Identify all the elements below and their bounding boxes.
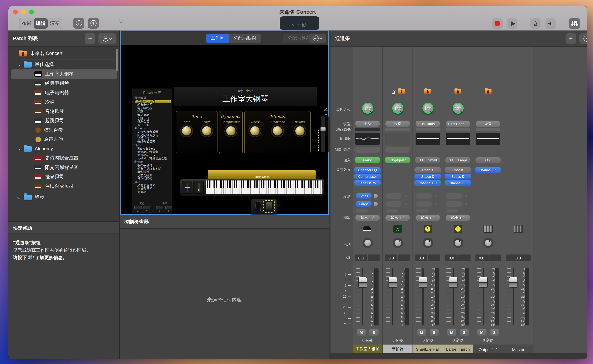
strip-name[interactable]: Large...hurch — [443, 344, 473, 354]
sidebar-item-最佳选择[interactable]: 最佳选择 — [11, 60, 117, 69]
solo-button[interactable]: S — [430, 329, 439, 336]
disclosure-chevron-icon[interactable] — [17, 63, 20, 66]
expression-knob[interactable]: 127 — [452, 103, 463, 114]
strip-name[interactable]: 节拍器 — [383, 344, 412, 354]
plugin-patch-item[interactable]: 冷静 — [132, 110, 172, 114]
play-button[interactable] — [507, 18, 517, 29]
plugin-patch-item[interactable]: 沃立舍现代 — [132, 177, 172, 181]
empty-send-slot[interactable] — [386, 201, 402, 207]
setting-button[interactable]: 设置 — [476, 121, 500, 127]
sidebar-item-催眠合成贝司[interactable]: 催眠合成贝司 — [11, 182, 117, 191]
setting-button[interactable]: 设置 — [385, 121, 410, 127]
setting-button[interactable]: 手动 — [355, 121, 380, 127]
effect-button-Channel EQ[interactable]: Channel EQ — [475, 167, 502, 173]
fader-track[interactable] — [453, 268, 454, 325]
fader-cap[interactable] — [509, 277, 518, 288]
channel-strips-toggle-button[interactable] — [569, 18, 580, 29]
plugin-patch-item[interactable]: Piano & Bass — [132, 147, 172, 151]
fader-track[interactable] — [392, 268, 393, 325]
piano-keys[interactable] — [206, 181, 322, 194]
sidebar-item-冷静[interactable]: 冷静 — [11, 98, 117, 107]
add-patch-button[interactable]: + — [85, 33, 95, 44]
midi-effect-slot[interactable] — [355, 147, 380, 153]
expression-knob[interactable]: 127 — [362, 103, 373, 114]
mute-button[interactable]: M — [357, 329, 366, 336]
sustain-pedal[interactable] — [255, 201, 261, 211]
sidebar-item-原声吉他[interactable]: 原声吉他 — [11, 135, 117, 144]
down-arrow-icon[interactable]: ▼ — [143, 209, 150, 212]
eq-thumbnail[interactable] — [476, 133, 500, 145]
patch-prev-display[interactable] — [156, 206, 163, 209]
sidebar-scrollbar[interactable] — [116, 49, 118, 71]
fader-track[interactable] — [423, 268, 424, 325]
solo-button[interactable]: S — [460, 329, 469, 336]
pan-knob[interactable] — [423, 238, 433, 248]
strip-name[interactable]: Master — [503, 344, 533, 354]
mode-edit[interactable]: 编辑 — [33, 18, 48, 29]
eq-thumbnail[interactable] — [355, 133, 380, 145]
mute-button[interactable]: M — [477, 329, 486, 336]
effect-button-Channel EQ[interactable]: Channel EQ — [354, 167, 381, 173]
sidebar-item-怪兽贝司[interactable]: 怪兽贝司 — [11, 172, 117, 182]
up-arrow-icon[interactable]: ▲ — [134, 209, 141, 212]
input-button[interactable]: Klopfgeist — [385, 157, 410, 163]
output-button[interactable]: 输出 1-2 — [385, 215, 410, 221]
sidebar-item-弦乐合奏[interactable]: 弦乐合奏 — [11, 125, 117, 135]
knob-control[interactable] — [249, 125, 261, 136]
fader-cap[interactable] — [419, 277, 427, 288]
expression-knob[interactable]: 127 — [392, 103, 403, 114]
fader-track[interactable] — [513, 268, 514, 325]
mute-button[interactable]: M — [417, 329, 426, 336]
plugin-patch-item[interactable]: 音轮风琴 — [132, 114, 172, 117]
sidebar-item-Alchemy[interactable]: Alchemy — [11, 144, 117, 154]
send-level-knob[interactable] — [373, 194, 378, 198]
effect-button-Chorus[interactable]: Chorus — [414, 167, 441, 173]
mode-layout[interactable]: 布局 — [20, 18, 33, 29]
effect-button-Channel EQ[interactable]: Channel EQ — [444, 180, 471, 186]
empty-send-slot[interactable] — [416, 193, 432, 199]
send-button-Small[interactable]: Small — [356, 193, 372, 199]
mode-perform[interactable]: 演奏 — [48, 18, 62, 29]
info-button[interactable]: i — [73, 18, 84, 29]
strip-name[interactable]: 工作室大钢琴 — [352, 344, 382, 354]
knob-control[interactable] — [201, 125, 213, 136]
sidebar-item-经典电钢琴[interactable]: 经典电钢琴 — [11, 79, 117, 88]
down-arrow-icon[interactable]: ▼ — [165, 209, 172, 212]
patch-next-display[interactable] — [165, 206, 172, 209]
fader-cap[interactable] — [388, 277, 397, 288]
fader-cap[interactable] — [449, 277, 457, 288]
empty-send-slot[interactable] — [386, 193, 402, 199]
pitch-wheel[interactable] — [182, 181, 192, 194]
solo-button[interactable]: S — [369, 329, 378, 336]
plugin-patch-item[interactable]: 明亮手提箱 — [132, 164, 172, 167]
expression-knob[interactable]: 127 — [422, 103, 433, 114]
effect-button-Space D[interactable]: Space D — [444, 174, 471, 179]
record-button[interactable] — [492, 18, 502, 29]
pan-knob[interactable] — [392, 238, 403, 248]
sidebar-item-电子嗡鸣器[interactable]: 电子嗡鸣器 — [11, 88, 117, 98]
sidebar-item-史诗勾状合成器[interactable]: 史诗勾状合成器 — [11, 154, 117, 163]
sidebar-item-工作室大钢琴[interactable]: 工作室大钢琴 — [11, 69, 117, 79]
metronome-button[interactable] — [530, 18, 541, 29]
input-button[interactable]: Piano — [355, 157, 380, 163]
patch-list-menu-button[interactable]: ••• — [98, 33, 116, 44]
effect-button-Compressor[interactable]: Compressor — [354, 174, 381, 179]
output-button[interactable]: 输出 1-2 — [416, 215, 440, 221]
output-button[interactable]: 输出 1-2 — [446, 215, 470, 221]
knob-control[interactable] — [272, 125, 283, 136]
input-button[interactable]: Small — [415, 157, 440, 163]
tuning-fork-icon[interactable] — [118, 19, 124, 27]
tab-workspace[interactable]: 工作区 — [206, 33, 229, 43]
set-prev-display[interactable] — [134, 206, 141, 209]
eq-thumbnail[interactable] — [385, 133, 410, 145]
effect-button-Chorus[interactable]: Chorus — [444, 167, 471, 173]
tab-assignments[interactable]: 分配与映射 — [229, 33, 261, 43]
knob-control[interactable] — [225, 125, 237, 136]
master-mute-button[interactable] — [545, 18, 556, 29]
sidebar-item-未命名 Concert[interactable]: 未命名 Concert — [11, 49, 117, 58]
sidebar-item-音轮风琴[interactable]: 音轮风琴 — [11, 107, 117, 116]
pan-knob[interactable] — [483, 238, 493, 248]
strip-name[interactable]: Small...e Hall — [413, 344, 443, 354]
up-arrow-icon[interactable]: ▲ — [156, 209, 163, 212]
fader-track[interactable] — [362, 268, 363, 325]
